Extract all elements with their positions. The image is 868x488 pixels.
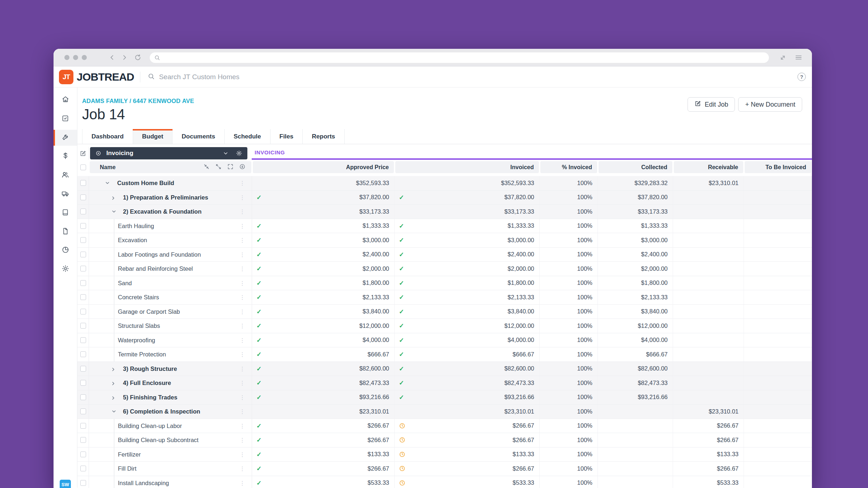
row-chevron-icon[interactable] [111, 409, 116, 415]
row-checkbox[interactable] [80, 294, 86, 300]
expand-all-icon[interactable] [215, 163, 222, 171]
row-checkbox[interactable] [80, 408, 86, 414]
row-name[interactable]: 5) Finishing Trades [123, 394, 177, 401]
browser-reload-icon[interactable] [134, 53, 142, 61]
column-header-collected[interactable]: Collected [599, 161, 672, 173]
jobtread-logo[interactable]: JT JOBTREAD [59, 70, 134, 84]
table-row[interactable]: Concrete Stairs ⋮ ✓ $2,133.33 ✓ $2,133.3… [77, 290, 812, 305]
row-menu-icon[interactable]: ⋮ [239, 465, 245, 472]
select-all-checkbox[interactable] [80, 164, 86, 170]
column-header-receivable[interactable]: Receivable [674, 161, 743, 173]
sidebar-item-home[interactable] [54, 92, 77, 108]
sidebar-item-settings[interactable] [54, 261, 77, 277]
window-close-icon[interactable] [64, 55, 69, 60]
table-row[interactable]: Earth Hauling ⋮ ✓ $1,333.33 ✓ $1,333.33 … [77, 219, 812, 234]
table-row[interactable]: Fill Dirt ⋮ ✓ $266.67 ✓ $266.67 100% $26… [77, 462, 812, 476]
tab-files[interactable]: Files [271, 129, 303, 144]
row-checkbox[interactable] [80, 423, 86, 429]
row-checkbox[interactable] [80, 466, 86, 471]
row-name[interactable]: Install Landscaping [118, 479, 169, 486]
browser-back-icon[interactable] [109, 54, 116, 61]
row-chevron-icon[interactable] [111, 209, 116, 215]
row-name[interactable]: Earth Hauling [118, 222, 154, 229]
row-checkbox[interactable] [80, 380, 86, 386]
table-row[interactable]: Sand ⋮ ✓ $1,800.00 ✓ $1,800.00 100% $1,8… [77, 276, 812, 291]
table-row[interactable]: Structural Slabs ⋮ ✓ $12,000.00 ✓ $12,00… [77, 319, 812, 333]
column-header-pct-invoiced[interactable]: % Invoiced [540, 161, 597, 173]
table-row[interactable]: Install Landscaping ⋮ ✓ $533.33 ✓ $533.3… [77, 476, 812, 488]
row-name[interactable]: Excavation [118, 237, 147, 244]
sidebar-item-tasks[interactable] [54, 111, 77, 127]
sidebar-item-jobs[interactable] [54, 130, 77, 146]
window-controls[interactable] [64, 55, 87, 60]
global-search[interactable] [148, 73, 790, 81]
row-checkbox[interactable] [80, 252, 86, 257]
row-name[interactable]: Rebar and Reinforcing Steel [118, 265, 193, 272]
row-menu-icon[interactable]: ⋮ [239, 237, 245, 244]
row-menu-icon[interactable]: ⋮ [239, 294, 245, 301]
new-document-button[interactable]: + New Document [738, 97, 802, 112]
row-checkbox[interactable] [80, 323, 86, 329]
row-checkbox[interactable] [80, 194, 86, 200]
tab-reports[interactable]: Reports [303, 129, 344, 144]
browser-forward-icon[interactable] [121, 54, 128, 61]
row-name[interactable]: Building Clean-up Labor [118, 422, 182, 429]
row-menu-icon[interactable]: ⋮ [239, 251, 245, 258]
table-row[interactable]: Custom Home Build ⋮ ✓ $352,593.33 ✓ $352… [77, 176, 812, 191]
row-name[interactable]: 4) Full Enclosure [123, 380, 171, 386]
window-expand-icon[interactable] [779, 54, 787, 61]
row-chevron-icon[interactable] [111, 395, 117, 401]
sidebar-item-contacts[interactable] [54, 167, 77, 183]
row-menu-icon[interactable]: ⋮ [239, 308, 245, 315]
table-row[interactable]: Building Clean-up Subcontract ⋮ ✓ $266.6… [77, 433, 812, 448]
search-input[interactable] [159, 73, 790, 81]
help-icon[interactable]: ? [797, 73, 806, 81]
window-minimize-icon[interactable] [73, 55, 78, 60]
view-selector-dropdown[interactable]: Invoicing [90, 147, 247, 159]
row-checkbox[interactable] [80, 394, 86, 400]
table-row[interactable]: Building Clean-up Labor ⋮ ✓ $266.67 ✓ $2… [77, 419, 812, 433]
sidebar-item-reports[interactable] [54, 243, 77, 258]
download-export-icon[interactable] [239, 163, 246, 171]
row-menu-icon[interactable]: ⋮ [239, 437, 245, 444]
row-menu-icon[interactable]: ⋮ [239, 279, 245, 286]
table-row[interactable]: Termite Protection ⋮ ✓ $666.67 ✓ $666.67… [77, 347, 812, 362]
table-row[interactable]: 1) Preparation & Preliminaries ⋮ ✓ $37,8… [77, 191, 812, 205]
table-row[interactable]: 2) Excavation & Foundation ⋮ ✓ $33,173.3… [77, 205, 812, 219]
user-avatar-badge[interactable]: SW [60, 480, 71, 488]
row-chevron-icon[interactable] [111, 367, 117, 372]
table-row[interactable]: Excavation ⋮ ✓ $3,000.00 ✓ $3,000.00 100… [77, 233, 812, 248]
row-checkbox[interactable] [80, 280, 86, 286]
row-name[interactable]: Sand [118, 279, 132, 286]
column-header-invoiced[interactable]: Invoiced [395, 161, 539, 173]
row-chevron-icon[interactable] [111, 381, 117, 386]
row-menu-icon[interactable]: ⋮ [239, 222, 245, 229]
row-checkbox[interactable] [80, 237, 86, 243]
row-menu-icon[interactable]: ⋮ [239, 351, 245, 358]
sidebar-item-finance[interactable] [54, 149, 77, 164]
table-row[interactable]: 6) Completion & Inspection ⋮ ✓ $23,310.0… [77, 404, 812, 419]
row-checkbox[interactable] [80, 451, 86, 457]
edit-view-button[interactable] [77, 147, 89, 160]
row-menu-icon[interactable]: ⋮ [239, 265, 245, 272]
sidebar-item-documents[interactable] [54, 224, 77, 240]
tab-documents[interactable]: Documents [173, 129, 225, 144]
row-menu-icon[interactable]: ⋮ [239, 394, 245, 401]
fullscreen-icon[interactable] [227, 163, 234, 171]
tab-dashboard[interactable]: Dashboard [82, 129, 133, 144]
row-checkbox[interactable] [80, 337, 86, 343]
row-name[interactable]: Fertilizer [118, 451, 141, 458]
table-row[interactable]: Garage or Carport Slab ⋮ ✓ $3,840.00 ✓ $… [77, 305, 812, 319]
row-menu-icon[interactable]: ⋮ [239, 208, 245, 215]
table-row[interactable]: Waterproofing ⋮ ✓ $4,000.00 ✓ $4,000.00 … [77, 333, 812, 348]
row-menu-icon[interactable]: ⋮ [239, 194, 245, 201]
row-checkbox[interactable] [80, 180, 86, 186]
table-row[interactable]: Labor Footings and Foundation ⋮ ✓ $2,400… [77, 248, 812, 262]
edit-job-button[interactable]: Edit Job [688, 97, 735, 112]
row-name[interactable]: 2) Excavation & Foundation [123, 208, 201, 215]
tab-schedule[interactable]: Schedule [225, 129, 271, 144]
sidebar-item-catalog[interactable] [54, 205, 77, 221]
row-menu-icon[interactable]: ⋮ [239, 180, 245, 187]
row-checkbox[interactable] [80, 209, 86, 214]
row-name[interactable]: 1) Preparation & Preliminaries [123, 194, 208, 201]
